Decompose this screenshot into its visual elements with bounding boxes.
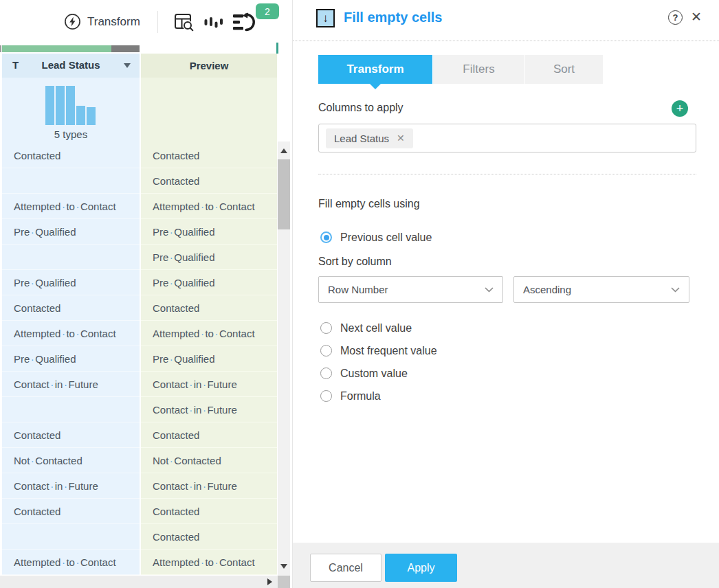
whitespace-dot: · bbox=[170, 277, 173, 289]
column-histogram[interactable]: 5 types bbox=[2, 78, 140, 143]
vertical-scrollbar[interactable] bbox=[278, 142, 290, 576]
scroll-down-arrow-icon[interactable] bbox=[280, 564, 287, 569]
fill-option-formula[interactable]: Formula bbox=[320, 388, 437, 404]
lead-status-cell[interactable]: Contact·in·Future bbox=[2, 372, 140, 397]
fill-option-next-cell-value[interactable]: Next cell value bbox=[320, 320, 437, 336]
steps-count-badge[interactable]: 2 bbox=[256, 3, 279, 19]
radio-icon[interactable] bbox=[320, 345, 332, 357]
whitespace-dot: · bbox=[50, 480, 54, 492]
table-row: Pre·QualifiedPre·Qualified bbox=[0, 219, 278, 245]
preview-cell[interactable]: Pre·Qualified bbox=[141, 219, 277, 245]
fill-option-most-frequent-value[interactable]: Most frequent value bbox=[320, 343, 437, 359]
preview-cell[interactable]: Contacted bbox=[141, 422, 277, 448]
preview-cell[interactable]: Contacted bbox=[141, 524, 277, 550]
whitespace-dot: · bbox=[201, 328, 204, 339]
table-row: Contact·in·Future bbox=[0, 397, 278, 422]
pipeline-steps-button[interactable] bbox=[232, 11, 257, 33]
preview-cell[interactable]: Not·Contacted bbox=[141, 448, 277, 473]
scroll-right-arrow-icon[interactable] bbox=[267, 578, 272, 585]
selected-columns-input[interactable]: Lead Status✕ bbox=[318, 124, 696, 152]
histogram-bar[interactable] bbox=[66, 86, 75, 125]
preview-cell[interactable]: Attempted·to·Contact bbox=[141, 550, 277, 575]
data-grid-panel: Transform bbox=[0, 0, 292, 588]
column-quality-bar[interactable] bbox=[2, 45, 140, 52]
tab-transform[interactable]: Transform bbox=[318, 55, 432, 84]
fill-option-custom-value[interactable]: Custom value bbox=[320, 365, 437, 381]
preview-cell[interactable]: Contact·in·Future bbox=[141, 397, 277, 422]
radio-icon[interactable] bbox=[320, 368, 332, 379]
sort-order-dropdown[interactable]: Ascending bbox=[513, 276, 689, 303]
lead-status-cell[interactable]: Contacted bbox=[2, 422, 140, 448]
whitespace-dot: · bbox=[62, 556, 65, 568]
table-row: Attempted·to·ContactAttempted·to·Contact bbox=[0, 194, 278, 219]
apply-button[interactable]: Apply bbox=[385, 554, 457, 582]
lead-status-cell[interactable]: Pre·Qualified bbox=[2, 270, 140, 295]
quality-valid-segment[interactable] bbox=[2, 45, 111, 52]
preview-cell[interactable]: Pre·Qualified bbox=[141, 346, 277, 372]
lead-status-cell[interactable]: Attempted·to·Contact bbox=[2, 550, 140, 575]
histogram-bar[interactable] bbox=[87, 107, 96, 125]
fill-option-label: Custom value bbox=[340, 368, 408, 380]
column-stats-button[interactable] bbox=[204, 16, 223, 30]
whitespace-dot: · bbox=[189, 480, 192, 492]
add-column-button[interactable]: + bbox=[672, 100, 688, 117]
histogram-bar[interactable] bbox=[45, 86, 54, 125]
chip-remove-icon[interactable]: ✕ bbox=[397, 133, 405, 144]
preview-cell[interactable]: Contacted bbox=[141, 143, 277, 168]
sort-column-dropdown[interactable]: Row Number bbox=[318, 276, 503, 303]
lead-status-cell[interactable] bbox=[2, 168, 140, 194]
lead-status-cell[interactable]: Pre·Qualified bbox=[2, 219, 140, 245]
cancel-button[interactable]: Cancel bbox=[310, 554, 381, 582]
prev-column-quality-edge bbox=[0, 45, 1, 52]
vertical-scrollbar-thumb[interactable] bbox=[278, 159, 290, 229]
whitespace-dot: · bbox=[31, 226, 34, 238]
fill-option-label: Most frequent value bbox=[340, 345, 437, 357]
tab-filters[interactable]: Filters bbox=[432, 55, 524, 84]
lead-status-cell[interactable]: Contact·in·Future bbox=[2, 473, 140, 499]
column-menu-caret-icon[interactable] bbox=[124, 63, 131, 68]
fill-option-previous-cell-value[interactable]: Previous cell value bbox=[320, 229, 432, 245]
scroll-up-arrow-icon[interactable] bbox=[280, 148, 287, 153]
preview-cell[interactable]: Contact·in·Future bbox=[141, 372, 277, 397]
histogram-bar[interactable] bbox=[56, 86, 65, 125]
preview-cell[interactable]: Attempted·to·Contact bbox=[141, 321, 277, 346]
lead-status-cell[interactable]: Contacted bbox=[2, 295, 140, 321]
lead-status-cell[interactable]: Contacted bbox=[2, 499, 140, 524]
data-search-button[interactable] bbox=[173, 11, 195, 34]
lead-status-cell[interactable] bbox=[2, 245, 140, 270]
tab-sort[interactable]: Sort bbox=[524, 55, 603, 84]
lead-status-cell[interactable]: Contacted bbox=[2, 143, 140, 168]
whitespace-dot: · bbox=[170, 226, 173, 238]
fill-option-label: Formula bbox=[340, 390, 381, 403]
whitespace-dot: · bbox=[214, 556, 218, 568]
fill-down-glyph: ↓ bbox=[322, 12, 329, 25]
whitespace-dot: · bbox=[203, 404, 206, 416]
whitespace-dot: · bbox=[50, 378, 54, 390]
preview-cell[interactable]: Contacted bbox=[141, 295, 277, 321]
preview-cell[interactable]: Attempted·to·Contact bbox=[141, 194, 277, 219]
radio-icon[interactable] bbox=[320, 322, 332, 334]
horizontal-scrollbar[interactable] bbox=[0, 576, 278, 588]
close-icon[interactable]: ✕ bbox=[691, 10, 702, 23]
preview-cell[interactable]: Pre·Qualified bbox=[141, 270, 277, 295]
lead-status-cell[interactable]: Not·Contacted bbox=[2, 448, 140, 473]
help-icon[interactable]: ? bbox=[668, 10, 683, 25]
radio-icon[interactable] bbox=[320, 390, 332, 402]
transform-menu-button[interactable]: Transform bbox=[64, 13, 140, 30]
histogram-bar[interactable] bbox=[76, 106, 85, 125]
lead-status-cell[interactable] bbox=[2, 397, 140, 422]
preview-cell[interactable]: Contacted bbox=[141, 499, 277, 524]
lead-status-cell[interactable] bbox=[2, 524, 140, 550]
preview-cell[interactable]: Contact·in·Future bbox=[141, 473, 277, 499]
header-divider bbox=[293, 41, 719, 41]
lead-status-cell[interactable]: Attempted·to·Contact bbox=[2, 321, 140, 346]
preview-cell[interactable]: Contacted bbox=[141, 168, 277, 194]
preview-cell[interactable]: Pre·Qualified bbox=[141, 245, 277, 270]
lead-status-cell[interactable]: Pre·Qualified bbox=[2, 346, 140, 372]
column-header-lead-status[interactable]: T Lead Status bbox=[2, 54, 140, 78]
quality-invalid-segment[interactable] bbox=[111, 45, 140, 52]
active-tab-pointer bbox=[370, 84, 381, 89]
table-row: Contacted bbox=[0, 524, 278, 550]
lead-status-cell[interactable]: Attempted·to·Contact bbox=[2, 194, 140, 219]
radio-icon[interactable] bbox=[320, 231, 332, 243]
